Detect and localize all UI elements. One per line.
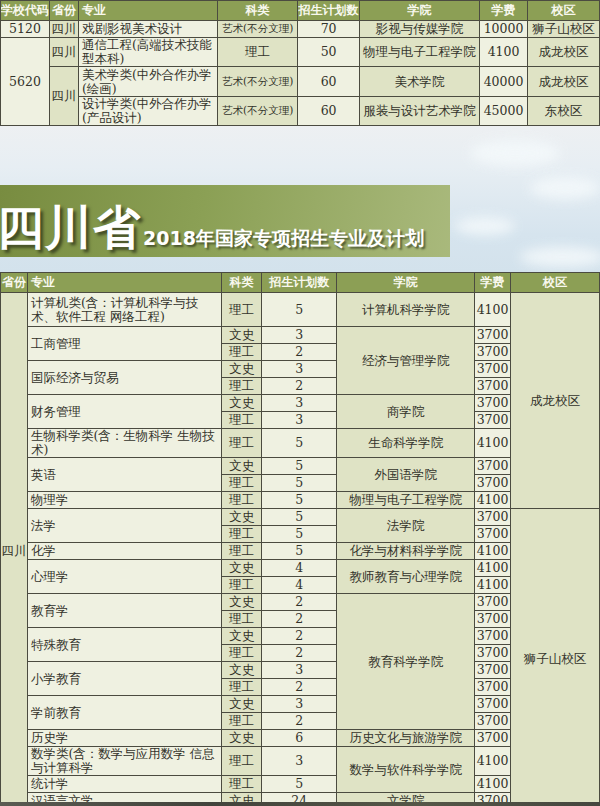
table-cell: 文史	[222, 327, 262, 344]
table-cell: 4100	[475, 492, 511, 509]
table-cell: 财务管理	[27, 395, 221, 429]
table-cell: 4100	[475, 776, 511, 793]
cloud-shape	[530, 177, 600, 199]
table-cell: 理工	[222, 543, 262, 560]
table-cell: 理工	[222, 429, 262, 458]
table-cell: 3700	[475, 378, 511, 395]
table-cell: 历史文化与旅游学院	[337, 730, 475, 747]
table-row: 国际经济与贸易文史33700	[1, 361, 600, 378]
table-cell: 艺术(不分文理)	[218, 21, 298, 38]
table-cell: 3	[262, 395, 337, 412]
table-cell: 4	[262, 560, 337, 577]
table-cell: 理工	[222, 577, 262, 594]
table-cell: 2	[262, 378, 337, 395]
table-cell: 狮子山校区	[528, 21, 600, 38]
table-cell: 5	[262, 509, 337, 526]
table-cell: 设计学类(中外合作办学 (产品设计)	[78, 97, 217, 126]
table-cell: 生命科学学院	[337, 429, 475, 458]
column-header: 省份	[50, 1, 79, 21]
table-cell: 4100	[475, 293, 511, 327]
table-cell: 理工	[222, 293, 262, 327]
table-row: 工商管理文史3经济与管理学院3700	[1, 327, 600, 344]
table-cell: 5	[262, 526, 337, 543]
column-header: 专业	[27, 273, 221, 293]
table-cell: 经济与管理学院	[337, 327, 475, 395]
banner-subtitle: 2018年国家专项招生专业及计划	[143, 229, 424, 248]
table-row: 小学教育文史33700	[1, 662, 600, 679]
table-cell: 艺术(不分文理)	[218, 97, 298, 126]
table-cell: 教育学	[27, 594, 221, 628]
table-cell: 戏剧影视美术设计	[78, 21, 217, 38]
table-cell: 成龙校区	[528, 67, 600, 97]
table-cell: 理工	[222, 747, 262, 776]
table-cell: 商学院	[337, 395, 475, 429]
column-header: 校区	[511, 273, 600, 293]
table-cell: 3700	[475, 662, 511, 679]
table-cell: 70	[298, 21, 360, 38]
table-cell: 4100	[475, 429, 511, 458]
table-cell: 2	[262, 645, 337, 662]
table-cell: 文史	[222, 628, 262, 645]
table-cell: 文史	[222, 361, 262, 378]
table-cell: 3700	[475, 679, 511, 696]
table-cell: 成龙校区	[511, 293, 600, 509]
section-banner: 四川省 2018年国家专项招生专业及计划	[0, 185, 450, 257]
column-header: 科类	[222, 273, 262, 293]
column-header: 科类	[218, 1, 298, 21]
table-row: 四川美术学类(中外合作办学 (绘画)艺术(不分文理)60美术学院40000成龙校…	[1, 67, 600, 97]
table-cell: 2	[262, 713, 337, 730]
table-row: 教育学文史2教育科学学院3700	[1, 594, 600, 611]
table-cell: 物理与电子工程学院	[337, 492, 475, 509]
cloud-shape	[455, 217, 515, 235]
table-cell: 理工	[222, 713, 262, 730]
table-row: 法学文史5法学院3700狮子山校区	[1, 509, 600, 526]
table-cell: 四川	[1, 293, 28, 806]
table-row: 心理学文史4教师教育与心理学院4100	[1, 560, 600, 577]
table-cell: 法学院	[337, 509, 475, 543]
table-cell: 理工	[222, 679, 262, 696]
table-cell: 国际经济与贸易	[27, 361, 221, 395]
table-cell: 理工	[222, 526, 262, 543]
column-header: 学校代码	[1, 1, 50, 21]
table-cell: 60	[298, 97, 360, 126]
table-row: 物理学理工5物理与电子工程学院4100	[1, 492, 600, 509]
table-cell: 文史	[222, 560, 262, 577]
table-cell: 文史	[222, 594, 262, 611]
table-cell: 3700	[475, 395, 511, 412]
table-cell: 3700	[475, 458, 511, 475]
table-cell: 2	[262, 594, 337, 611]
table-cell: 理工	[222, 475, 262, 492]
table-cell: 文史	[222, 730, 262, 747]
table-cell: 4	[262, 577, 337, 594]
table-row: 历史学文史6历史文化与旅游学院3700	[1, 730, 600, 747]
table-cell: 2	[262, 628, 337, 645]
table-cell: 学前教育	[27, 696, 221, 730]
table-cell: 60	[298, 67, 360, 97]
table-cell: 理工	[218, 38, 298, 67]
table-cell: 5120	[1, 21, 50, 38]
table-cell: 10000	[480, 21, 528, 38]
table-cell: 法学	[27, 509, 221, 543]
column-header: 招生计划数	[298, 1, 360, 21]
table-cell: 四川	[50, 38, 79, 67]
table-cell: 5	[262, 492, 337, 509]
table-cell: 4100	[480, 38, 528, 67]
table-cell: 3700	[475, 645, 511, 662]
table-cell: 理工	[222, 611, 262, 628]
table-cell: 文史	[222, 395, 262, 412]
table-cell: 5620	[1, 38, 50, 126]
table-cell: 3	[262, 361, 337, 378]
table-cell: 工商管理	[27, 327, 221, 361]
table-cell: 统计学	[27, 776, 221, 793]
table-cell: 3700	[475, 412, 511, 429]
table-row: 设计学类(中外合作办学 (产品设计)艺术(不分文理)60服装与设计艺术学院450…	[1, 97, 600, 126]
table-cell: 2	[262, 679, 337, 696]
table-cell: 4100	[475, 560, 511, 577]
table-cell: 3700	[475, 713, 511, 730]
table-cell: 化学	[27, 543, 221, 560]
table-cell: 四川	[50, 67, 79, 126]
table-cell: 化学与材料科学学院	[337, 543, 475, 560]
table-cell: 6	[262, 730, 337, 747]
table-cell: 3700	[475, 628, 511, 645]
table-cell: 3700	[475, 611, 511, 628]
